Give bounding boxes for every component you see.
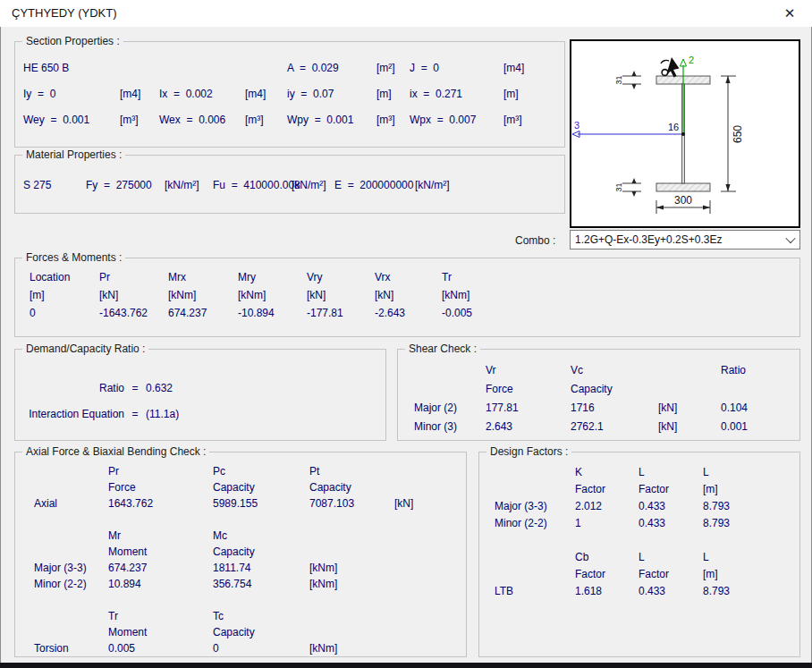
table-cell: Minor (3) [414,420,486,433]
table-cell: Factor [575,568,639,580]
table-cell: [m³] [120,114,159,126]
forces-moments-table: LocationPrMrxMryVryVrxTr[m][kN][kNm][kNm… [15,258,799,336]
table-cell: 1811.74 [213,562,309,574]
demand-capacity-group: Demand/Capacity Ratio : Ratio=0.632Inter… [14,349,386,441]
table-cell: Torsion [34,642,108,655]
table-cell: Capacity [571,383,658,395]
table-cell: [kNm] [309,562,394,574]
table-cell: Major (3-3) [34,562,108,574]
table-row: Iy = 0[m4]Ix = 0.002[m4]iy = 0.07[m]ix =… [23,80,564,106]
table-row [495,531,799,548]
table-cell: Pt [309,465,394,478]
table-row: ForceCapacityCapacity [34,479,466,495]
close-button[interactable]: ✕ [771,0,808,27]
table-row: TrTc [34,608,466,624]
combo-select[interactable]: 1.2G+Q-Ex-0.3Ey+0.2S+0.3Ez [570,230,800,249]
table-row: PrPcPt [34,463,466,479]
table-row: Torsion0.0050[kNm] [34,640,466,656]
table-cell: [m³] [376,114,410,126]
table-cell: = [124,382,146,394]
table-cell: 8.793 [703,517,799,529]
table-cell: [m4] [503,62,564,74]
table-cell: Location [30,271,99,283]
table-cell: [m4] [120,88,159,100]
table-cell: [kN/m²] [292,179,334,191]
table-cell: [kNm] [168,289,238,301]
table-cell: Vrx [375,271,442,283]
table-cell: 0.433 [639,517,703,529]
width-dim-arrow-left [656,205,664,209]
table-cell: [kN] [307,289,375,301]
table-cell: Ix = 0.002 [159,88,245,100]
table-cell: 1 [575,517,639,529]
table-cell: [kNm] [309,642,394,655]
table-cell: [kN] [375,289,442,301]
design-check-dialog: ÇYTHYEDY (YDKT) ✕ Section Properties : H… [0,0,812,668]
table-cell: Mc [213,529,309,542]
table-cell: Minor (2-2) [34,578,108,590]
forces-moments-group: Forces & Moments : LocationPrMrxMryVryVr… [14,258,800,337]
table-cell: 0.005 [108,642,213,655]
table-cell: Axial [34,497,108,510]
table-cell: S 275 [23,179,86,191]
table-cell: Pr [99,271,168,283]
table-cell: Minor (2-2) [495,517,575,529]
table-cell: Force [486,383,571,395]
table-cell: = [124,408,146,420]
table-cell: Mrx [168,271,238,283]
material-properties-table: S 275Fy = 275000[kN/m²]Fu = 410000.008[k… [15,156,564,213]
table-cell: K [575,466,639,478]
table-cell: L [703,466,799,478]
table-cell: Fu = 410000.008 [213,179,292,191]
table-cell: L [703,551,799,563]
tf-dim-arrow-2 [632,84,637,89]
table-cell: L [639,551,703,563]
table-cell: 8.793 [703,585,799,597]
table-cell: 10.894 [108,578,213,590]
table-cell: Capacity [309,481,394,494]
table-cell: Wpx = 0.007 [410,114,503,126]
table-cell: 0.433 [639,500,703,512]
demand-capacity-table: Ratio=0.632Interaction Equation=(11.1a) [15,350,385,440]
web-thickness-label: 16 [668,122,679,132]
table-cell: [m³] [245,114,287,126]
table-cell: Tr [442,271,799,283]
table-cell: [kN] [394,497,466,510]
axial-bending-group: Axial Force & Biaxial Bending Check : Pr… [14,452,467,657]
table-cell: iy = 0.07 [287,88,376,100]
table-row: Major (2)177.811716[kN]0.104 [414,398,799,417]
axis-2-label: 2 [689,55,694,65]
top-flange-thickness-label: 31 [614,75,623,84]
table-cell: Moment [108,626,213,638]
table-row: MrMc [34,528,466,544]
table-cell: Factor [575,483,639,495]
table-cell: 0.104 [721,402,799,414]
table-cell: Ratio [24,382,124,394]
table-cell: Pc [213,465,309,478]
table-cell: [m] [503,88,564,100]
table-row: MomentCapacity [34,544,466,560]
table-cell: 2.012 [575,500,639,512]
table-cell: Tr [108,610,213,622]
mouse-cursor-icon [661,57,680,78]
table-row: LocationPrMrxMryVryVrxTr [30,268,799,286]
table-cell: L [639,466,703,478]
table-row: FactorFactor[m] [495,565,799,582]
table-cell: Moment [108,545,213,558]
table-cell: -1643.762 [99,307,168,319]
table-cell: Fy = 275000 [86,179,165,191]
i-beam-drawing: 2 3 16 650 300 3 [571,41,799,226]
table-cell: Ratio [721,364,799,376]
window-bottom-edge [0,663,812,668]
table-cell: Capacity [213,626,309,638]
table-cell: Factor [639,483,703,495]
table-cell: LTB [495,585,575,597]
table-row: LTB1.6180.4338.793 [495,582,799,599]
window-title: ÇYTHYEDY (YDKT) [12,0,117,27]
centroid-marker [681,132,685,136]
section-diagram: 2 3 16 650 300 3 [570,39,800,228]
table-cell: 1643.762 [108,497,213,510]
table-cell: [kN/m²] [165,179,213,191]
bottom-flange-thickness-label: 31 [614,182,623,191]
table-row: KLL [495,463,799,480]
